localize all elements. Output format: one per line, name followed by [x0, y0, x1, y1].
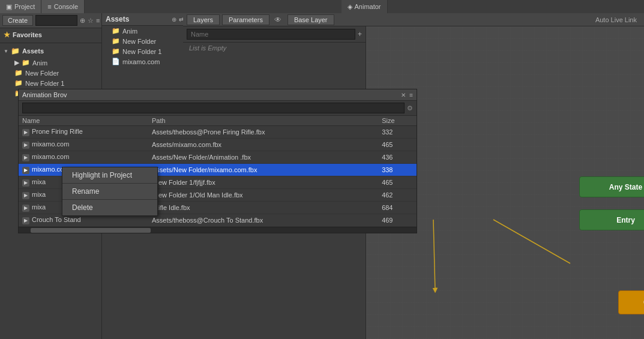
- play-btn[interactable]: ▶: [22, 217, 29, 224]
- tab-project[interactable]: ▣ Project: [0, 0, 41, 13]
- svg-line-0: [433, 220, 435, 290]
- star-icon: ★: [4, 31, 10, 39]
- anim-browser-header: Animation Brov ✕ ≡: [19, 89, 417, 101]
- new-folder1-icon: 📁: [14, 79, 23, 87]
- tab-animator[interactable]: ◈ Animator: [342, 0, 388, 13]
- console-tab-icon: ≡: [47, 3, 51, 10]
- any-state-node[interactable]: Any State: [579, 176, 644, 197]
- layers-empty-label: List is Empty: [183, 43, 366, 53]
- play-btn[interactable]: ▶: [22, 192, 29, 199]
- tab-layers[interactable]: Layers: [187, 14, 220, 25]
- new-folder-label: New Folder: [25, 70, 59, 77]
- anim-label: Anim: [32, 59, 47, 67]
- layers-search-input[interactable]: [187, 29, 355, 40]
- sidebar-item-anim[interactable]: ▶ 📁 Anim: [0, 58, 101, 68]
- create-button[interactable]: Create: [2, 15, 33, 26]
- bookmark-icon[interactable]: ☆: [88, 17, 94, 25]
- anim-browser-controls: ✕ ≡: [401, 92, 413, 98]
- play-btn[interactable]: ▶: [22, 167, 29, 174]
- table-row[interactable]: ▶Prone Firing Rifle Assets/theboss@Prone…: [19, 126, 417, 139]
- tab-parameters[interactable]: Parameters: [222, 14, 269, 25]
- assets-header[interactable]: ▼ 📁 Assets: [0, 44, 101, 58]
- project-tab-icon: ▣: [6, 3, 12, 11]
- col-size[interactable]: Size: [378, 116, 417, 126]
- anim-search-input[interactable]: [22, 103, 405, 113]
- cell-size: 462: [378, 189, 417, 202]
- new-folder-icon: 📁: [14, 69, 23, 77]
- favorites-header: ★ Favorites: [0, 28, 101, 41]
- crouch-stand-node[interactable]: Crouch To Stand: [618, 290, 644, 314]
- cell-name: ▶Prone Firing Rifle: [19, 126, 148, 139]
- search-icon: ⊕: [80, 17, 85, 25]
- anim-scrollbar[interactable]: [19, 227, 417, 233]
- anim-search-bar: ⚙: [19, 101, 417, 116]
- entry-label: Entry: [616, 216, 635, 224]
- base-layer-button[interactable]: Base Layer: [287, 14, 334, 25]
- auto-live-link-label: Auto Live Link: [592, 15, 640, 25]
- assets-panel-title: Assets: [106, 15, 129, 23]
- anim-browser-menu-icon[interactable]: ≡: [409, 92, 413, 98]
- layers-search-bar: +: [183, 26, 366, 43]
- anim-folder-icon: 📁: [22, 59, 30, 67]
- cell-name: ▶mixamo.com: [19, 139, 148, 151]
- cell-path: Assets/mixamo.com.fbx: [148, 139, 378, 151]
- anim-scrollbar-thumb[interactable]: [31, 228, 151, 233]
- col-path[interactable]: Path: [148, 116, 378, 126]
- menu-icon[interactable]: ≡: [96, 17, 100, 24]
- cell-path: /New Folder 1/fjfjjf.fbx: [148, 176, 378, 189]
- nf-label: New Folder: [122, 38, 156, 45]
- expand-icon: ▼: [4, 49, 8, 54]
- cell-size: 465: [378, 139, 417, 151]
- any-state-label: Any State: [609, 183, 642, 191]
- context-menu-highlight[interactable]: Highlight in Project: [62, 167, 157, 183]
- animator-right-area: Auto Live Link: [336, 15, 640, 25]
- search-input[interactable]: [35, 15, 77, 26]
- layers-add-icon[interactable]: +: [358, 30, 362, 38]
- anim-browser-close-icon[interactable]: ✕: [401, 92, 406, 98]
- play-btn[interactable]: ▶: [22, 142, 29, 149]
- animator-topbar: Layers Parameters 👁 Base Layer Auto Live…: [183, 13, 644, 26]
- eye-icon[interactable]: 👁: [274, 16, 281, 24]
- tab-project-label: Project: [14, 3, 35, 10]
- anim-item-label: Anim: [122, 28, 137, 35]
- mix-icon: 📄: [112, 58, 120, 65]
- play-btn[interactable]: ▶: [22, 179, 29, 187]
- cell-size: 469: [378, 214, 417, 227]
- play-btn[interactable]: ▶: [22, 154, 29, 161]
- tab-console-label: Console: [54, 3, 78, 10]
- play-btn[interactable]: ▶: [22, 129, 29, 136]
- anim-settings-icon[interactable]: ⚙: [407, 104, 413, 112]
- nf1-label: New Folder 1: [122, 48, 161, 55]
- cell-path: /New Folder 1/Old Man Idle.fbx: [148, 189, 378, 202]
- new-folder1-label: New Folder 1: [25, 80, 64, 87]
- col-name[interactable]: Name: [19, 116, 148, 126]
- cell-path: Assets/theboss@Prone Firing Rifle.fbx: [148, 126, 378, 139]
- favorites-label: Favorites: [13, 31, 42, 38]
- cell-name: ▶mixamo.com: [19, 151, 148, 164]
- animator-tab-icon: ◈: [348, 3, 352, 11]
- sidebar-item-new-folder-1[interactable]: 📁 New Folder 1: [0, 78, 101, 88]
- nf1-icon: 📁: [112, 47, 120, 55]
- entry-node[interactable]: Entry: [579, 209, 644, 230]
- mix-label: mixamo.com: [122, 58, 160, 65]
- cell-size: 338: [378, 164, 417, 176]
- context-menu-delete[interactable]: Delete: [62, 200, 157, 215]
- table-row[interactable]: ▶mixamo.com Assets/mixamo.com.fbx 465: [19, 139, 417, 151]
- cell-size: 332: [378, 126, 417, 139]
- window-tab-bar: ▣ Project ≡ Console ◈ Animator: [0, 0, 644, 13]
- nf-icon: 📁: [112, 37, 120, 45]
- context-menu-rename[interactable]: Rename: [62, 184, 157, 199]
- svg-line-1: [493, 220, 570, 263]
- anim-browser-title: Animation Brov: [22, 91, 67, 98]
- sidebar-item-new-folder[interactable]: 📁 New Folder: [0, 68, 101, 78]
- cell-path: Assets/theboss@Crouch To Stand.fbx: [148, 214, 378, 227]
- cell-path: Assets/New Folder/Animation .fbx: [148, 151, 378, 164]
- folder-icon: 📁: [11, 47, 20, 55]
- tab-animator-label: Animator: [355, 3, 381, 10]
- add-icon[interactable]: ⊕: [172, 16, 176, 23]
- table-row[interactable]: ▶mixamo.com Assets/New Folder/Animation …: [19, 151, 417, 164]
- anim-icon: 📁: [112, 27, 120, 35]
- play-btn[interactable]: ▶: [22, 205, 29, 212]
- cell-path: /Rifle Idle.fbx: [148, 202, 378, 214]
- tab-console[interactable]: ≡ Console: [41, 0, 85, 13]
